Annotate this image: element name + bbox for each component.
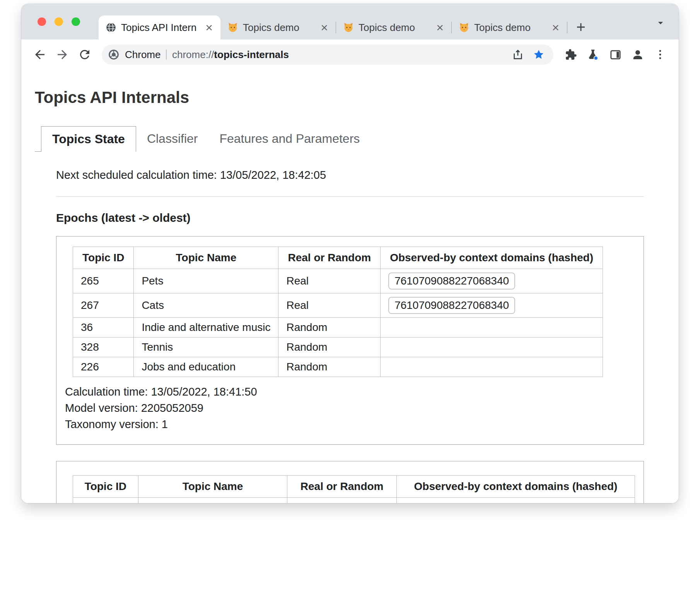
table-header-row: Topic ID Topic Name Real or Random Obser…: [73, 247, 603, 269]
menu-dots-icon: [654, 48, 666, 61]
col-header-observed-by: Observed-by context domains (hashed): [396, 475, 635, 497]
table-row: 265 Pets Real 7610709088227068340: [73, 269, 603, 293]
browser-tab-topics-internals[interactable]: Topics API Intern ×: [99, 15, 220, 39]
tab-features-and-parameters[interactable]: Features and Parameters: [208, 126, 370, 152]
table-header-row: Topic ID Topic Name Real or Random Obser…: [73, 475, 635, 497]
model-version: Model version: 2205052059: [65, 402, 635, 415]
col-header-real-or-random: Real or Random: [287, 475, 397, 497]
browser-tab-strip: Topics API Intern × Topics demo ×: [21, 4, 679, 39]
observed-by-cell: 7610709088227068340: [381, 293, 603, 317]
plus-icon: [574, 21, 587, 34]
tab-title: Topics demo: [474, 22, 546, 34]
domain-hash-chip: 7610709088227068340: [388, 272, 515, 290]
browser-toolbar: Chrome chrome://topics-internals: [21, 39, 679, 70]
forward-arrow-icon: [55, 48, 69, 62]
tab-topics-state[interactable]: Topics State: [41, 126, 136, 152]
tab-lead-segment: [35, 126, 41, 152]
epoch-table: Topic ID Topic Name Real or Random Obser…: [73, 475, 635, 503]
topics-state-panel: Next scheduled calculation time: 13/05/2…: [56, 169, 644, 503]
tab-divider: [567, 22, 567, 33]
back-button[interactable]: [31, 45, 49, 64]
cat-favicon-icon: [459, 22, 470, 33]
topic-id-cell: 328: [73, 337, 134, 357]
epoch-table: Topic ID Topic Name Real or Random Obser…: [73, 247, 603, 377]
col-header-topic-name: Topic Name: [138, 475, 287, 497]
window-controls: [38, 17, 80, 26]
back-arrow-icon: [33, 48, 47, 62]
domain-hash-chip: 7610709088227068340: [388, 297, 515, 314]
browser-tab-topics-demo-3[interactable]: Topics demo ×: [452, 15, 567, 39]
topic-id-cell: 267: [73, 293, 134, 317]
zoom-window-button[interactable]: [72, 17, 80, 26]
col-header-topic-id: Topic ID: [73, 247, 134, 269]
reload-icon: [78, 48, 92, 62]
tab-classifier[interactable]: Classifier: [136, 126, 209, 152]
tab-title: Topics demo: [243, 22, 314, 34]
real-or-random-cell: Real: [278, 269, 381, 293]
epoch-meta: Calculation time: 13/05/2022, 18:41:50 M…: [65, 386, 635, 431]
close-tab-icon[interactable]: ×: [435, 21, 445, 34]
experiments-button[interactable]: [584, 45, 602, 64]
profile-icon: [631, 48, 644, 61]
browser-tab-topics-demo-2[interactable]: Topics demo ×: [336, 15, 451, 39]
col-header-topic-id: Topic ID: [73, 475, 138, 497]
divider: [56, 196, 644, 197]
url-host: topics-internals: [214, 49, 289, 60]
menu-button[interactable]: [651, 45, 669, 64]
chrome-logo-icon: [108, 49, 120, 60]
close-window-button[interactable]: [38, 17, 46, 26]
address-bar[interactable]: Chrome chrome://topics-internals: [102, 45, 553, 65]
internals-globe-favicon-icon: [106, 22, 116, 33]
tab-search-button[interactable]: [655, 17, 666, 29]
table-row: 36 Indie and alternative music Random: [73, 317, 603, 337]
table-row: 267 Cats Real 7610709088227068340: [73, 293, 603, 317]
observed-by-cell: [381, 357, 603, 377]
share-button[interactable]: [510, 47, 526, 62]
real-or-random-cell: Random: [278, 317, 381, 337]
next-calculation-time: Next scheduled calculation time: 13/05/2…: [56, 169, 644, 182]
observed-by-cell: [381, 317, 603, 337]
topic-name-cell: Tennis: [134, 337, 278, 357]
omnibox-brand-label: Chrome: [125, 49, 160, 61]
bookmark-star-icon: [533, 48, 545, 61]
side-panel-button[interactable]: [606, 45, 625, 64]
cat-favicon-icon: [343, 22, 354, 33]
topic-id-cell: 226: [73, 357, 134, 377]
extensions-button[interactable]: [561, 45, 580, 64]
taxonomy-version: Taxonomy version: 1: [65, 418, 635, 431]
topic-name-cell: Jobs and education: [134, 357, 278, 377]
tab-title: Topics API Intern: [121, 22, 199, 34]
real-or-random-cell: Real: [278, 293, 381, 317]
topic-name-cell: Pets: [134, 269, 278, 293]
reload-button[interactable]: [75, 45, 94, 64]
minimize-window-button[interactable]: [55, 17, 63, 26]
calculation-time: Calculation time: 13/05/2022, 18:41:50: [65, 386, 635, 398]
topic-id-cell: 36: [73, 317, 134, 337]
observed-by-cell: [381, 337, 603, 357]
col-header-topic-name: Topic Name: [134, 247, 278, 269]
chevron-down-icon: [655, 17, 666, 29]
close-tab-icon[interactable]: ×: [319, 21, 330, 34]
topic-name-cell: Cats: [134, 293, 278, 317]
browser-tab-topics-demo-1[interactable]: Topics demo ×: [220, 15, 336, 39]
close-tab-icon[interactable]: ×: [204, 21, 214, 34]
forward-button[interactable]: [53, 45, 72, 64]
side-panel-icon: [609, 48, 622, 61]
page-content: Topics API Internals Topics State Classi…: [21, 70, 679, 503]
observed-by-cell: 7610709088227068340: [381, 269, 603, 293]
topic-id-cell: 265: [73, 269, 134, 293]
epoch-box-latest: Topic ID Topic Name Real or Random Obser…: [56, 236, 644, 445]
table-row: 226 Jobs and education Random: [73, 357, 603, 377]
close-tab-icon[interactable]: ×: [550, 21, 561, 34]
topic-name-cell: Indie and alternative music: [134, 317, 278, 337]
browser-window: Topics API Intern × Topics demo ×: [21, 4, 679, 503]
topic-name-cell: Printing and publishing: [138, 497, 287, 503]
tab-title: Topics demo: [359, 22, 430, 34]
real-or-random-cell: Random: [287, 497, 397, 503]
bookmark-button[interactable]: [531, 47, 546, 62]
profile-button[interactable]: [628, 45, 647, 64]
new-tab-button[interactable]: [574, 20, 588, 34]
share-icon: [512, 48, 524, 61]
omnibox-url[interactable]: chrome://topics-internals: [172, 49, 289, 61]
topic-id-cell: 123: [73, 497, 138, 503]
